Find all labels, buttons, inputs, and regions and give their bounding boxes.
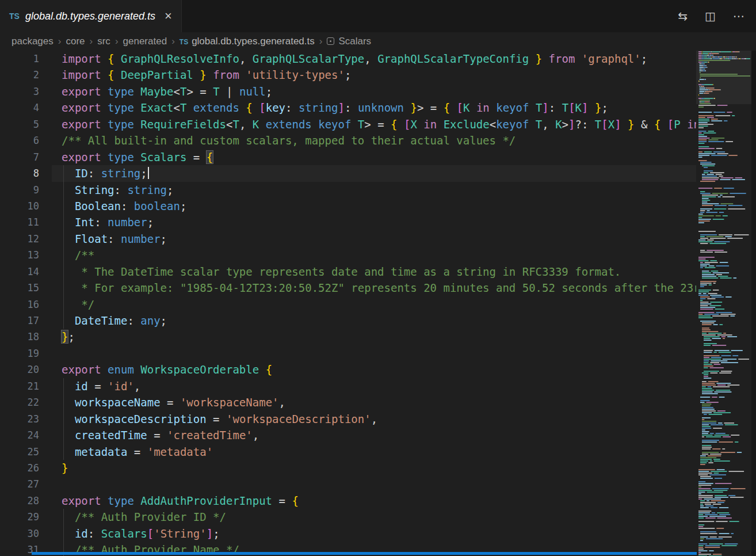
indent-guide	[63, 165, 64, 181]
line-number: 19	[0, 345, 39, 361]
gutter: 1234567891011121314151617181920212223242…	[0, 51, 39, 556]
code-line[interactable]: };	[52, 329, 696, 345]
indent-guide	[63, 427, 64, 443]
breadcrumb-file-label: global.db.types.generated.ts	[192, 36, 315, 47]
chevron-separator-icon: ›	[319, 36, 323, 47]
typescript-file-icon: TS	[9, 12, 20, 21]
indent-guide	[63, 313, 64, 329]
code-line[interactable]: export type AddAuthProviderInput = {	[52, 493, 696, 509]
code-line[interactable]: createdTime = 'createdTime',	[52, 427, 696, 443]
code-line[interactable]: workspaceDescription = 'workspaceDescrip…	[52, 411, 696, 427]
split-editor-icon[interactable]: ◫	[705, 9, 716, 23]
indent-guide	[63, 247, 64, 263]
indent-guide	[63, 182, 64, 198]
text-cursor	[148, 167, 149, 179]
editor[interactable]: import { GraphQLResolveInfo, GraphQLScal…	[0, 51, 696, 556]
line-number: 22	[0, 394, 39, 410]
code-line[interactable]: ID: string;	[52, 165, 696, 181]
breadcrumb-item-file[interactable]: TSglobal.db.types.generated.ts	[180, 36, 315, 47]
line-number: 11	[0, 214, 39, 230]
line-number: 25	[0, 444, 39, 460]
code-line[interactable]	[52, 345, 696, 361]
line-number: 20	[0, 361, 39, 378]
code-line[interactable]: id: Scalars['String'];	[52, 525, 696, 542]
indent-guide	[63, 394, 64, 410]
code-line[interactable]: Int: number;	[52, 214, 696, 230]
code-line[interactable]: Boolean: boolean;	[52, 198, 696, 214]
line-number: 10	[0, 198, 39, 214]
breadcrumb-item-core[interactable]: core	[66, 36, 85, 47]
code-line[interactable]: import { GraphQLResolveInfo, GraphQLScal…	[52, 51, 696, 67]
line-number: 14	[0, 264, 39, 280]
line-number: 18	[0, 329, 39, 345]
line-number: 16	[0, 296, 39, 313]
indent-guide	[63, 378, 64, 394]
indent-guide	[63, 214, 64, 230]
line-number: 21	[0, 378, 39, 394]
line-number: 13	[0, 247, 39, 263]
code-line[interactable]: * The DateTime scalar type represents da…	[52, 264, 696, 280]
code-line[interactable]: DateTime: any;	[52, 313, 696, 329]
tab-title: global.db.types.generated.ts	[25, 10, 155, 22]
code-line[interactable]: }	[52, 460, 696, 476]
indent-guide	[63, 411, 64, 427]
line-number: 24	[0, 427, 39, 443]
minimap-slider[interactable]	[696, 51, 751, 104]
breadcrumb-item-packages[interactable]: packages	[12, 36, 54, 47]
line-number: 12	[0, 231, 39, 247]
minimap-canvas	[696, 51, 751, 556]
line-number: 5	[0, 116, 39, 132]
code-line[interactable]: export type Scalars = {	[52, 149, 696, 165]
line-number: 27	[0, 476, 39, 492]
code-line[interactable]: metadata = 'metadata'	[52, 444, 696, 460]
line-number: 26	[0, 460, 39, 476]
code-line[interactable]: export type Exact<T extends { [key: stri…	[52, 100, 696, 116]
breadcrumb-item-src[interactable]: src	[97, 36, 110, 47]
close-tab-icon[interactable]: ×	[165, 10, 172, 22]
breadcrumb-item-symbol[interactable]: Scalars	[327, 36, 371, 47]
indent-guide	[63, 198, 64, 214]
code-line[interactable]: Float: number;	[52, 231, 696, 247]
editor-actions: ⇆ ◫ ⋯	[678, 0, 756, 32]
indent-guide	[63, 280, 64, 296]
status-accent-bar	[32, 552, 697, 555]
chevron-separator-icon: ›	[115, 36, 119, 47]
indent-guide	[63, 509, 64, 525]
code-line[interactable]: /** All built-in and custom scalars, map…	[52, 132, 696, 148]
line-number: 4	[0, 100, 39, 116]
symbol-type-icon	[327, 37, 334, 45]
code-line[interactable]: import { DeepPartial } from 'utility-typ…	[52, 67, 696, 83]
breadcrumb-item-generated[interactable]: generated	[123, 36, 167, 47]
line-number: 29	[0, 509, 39, 525]
chevron-separator-icon: ›	[171, 36, 175, 47]
indent-guide	[63, 231, 64, 247]
line-number: 30	[0, 525, 39, 542]
code-line[interactable]: /**	[52, 247, 696, 263]
line-number: 28	[0, 493, 39, 509]
overview-ruler[interactable]	[751, 51, 756, 556]
line-number: 6	[0, 132, 39, 148]
code-line[interactable]: /** Auth Provider ID */	[52, 509, 696, 525]
code-line[interactable]: */	[52, 296, 696, 313]
indent-guide	[63, 525, 64, 542]
minimap[interactable]	[696, 51, 751, 556]
more-actions-icon[interactable]: ⋯	[733, 9, 744, 23]
code-line[interactable]: id = 'id',	[52, 378, 696, 394]
indent-guide	[63, 264, 64, 280]
breadcrumb: packages › core › src › generated › TSgl…	[0, 32, 756, 51]
code-line[interactable]	[52, 476, 696, 492]
line-number: 17	[0, 313, 39, 329]
editor-tab[interactable]: TS global.db.types.generated.ts ×	[0, 0, 182, 32]
line-number: 2	[0, 67, 39, 83]
line-number: 8	[0, 165, 39, 181]
code-lines: import { GraphQLResolveInfo, GraphQLScal…	[52, 51, 696, 556]
line-number: 1	[0, 51, 39, 67]
code-line[interactable]: export enum WorkspaceOrderable {	[52, 361, 696, 378]
code-line[interactable]: String: string;	[52, 182, 696, 198]
code-line[interactable]: export type Maybe<T> = T | null;	[52, 83, 696, 100]
code-line[interactable]: * For example: "1985-04-12T23:20:50.52Z"…	[52, 280, 696, 296]
code-line[interactable]: export type RequireFields<T, K extends k…	[52, 116, 696, 132]
code-line[interactable]: workspaceName = 'workspaceName',	[52, 394, 696, 410]
typescript-file-icon: TS	[180, 38, 188, 46]
open-changes-icon[interactable]: ⇆	[678, 9, 688, 23]
